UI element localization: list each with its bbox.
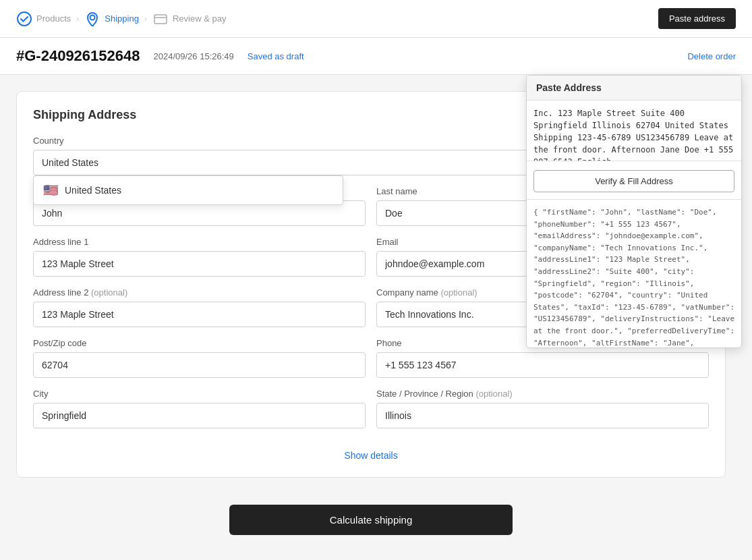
address1-field: Address line 1 <box>33 237 366 277</box>
step-shipping-label: Shipping <box>105 13 139 24</box>
step-products[interactable]: Products <box>16 11 71 27</box>
state-label: State / Province / Region (optional) <box>376 389 709 399</box>
country-option-us-label: United States <box>65 185 121 196</box>
address2-field: Address line 2 (optional) <box>33 287 366 327</box>
order-date: 2024/09/26 15:26:49 <box>154 51 234 61</box>
postcode-field: Post/Zip code <box>33 338 366 378</box>
show-details-link[interactable]: Show details <box>33 439 709 461</box>
country-dropdown: 🇺🇸 United States <box>33 175 343 205</box>
check-circle-icon <box>16 11 32 27</box>
credit-card-icon <box>152 11 169 27</box>
popup-title: Paste Address <box>527 76 741 101</box>
location-pin-icon <box>84 11 100 27</box>
step-shipping[interactable]: Shipping <box>84 11 139 27</box>
city-field: City <box>33 389 366 428</box>
main-content: Paste Address // Populate textarea from … <box>0 75 742 560</box>
step-review[interactable]: Review & pay <box>152 11 226 27</box>
delete-order-button[interactable]: Delete order <box>687 51 736 61</box>
address2-input[interactable] <box>33 302 366 327</box>
chevron-icon-1: › <box>76 14 79 24</box>
calculate-shipping-button[interactable]: Calculate shipping <box>229 505 513 535</box>
state-input[interactable] <box>376 403 709 428</box>
stepper: Products › Shipping › Review & pay <box>16 11 226 27</box>
city-label: City <box>33 389 366 399</box>
step-review-label: Review & pay <box>173 13 226 24</box>
chevron-icon-2: › <box>144 14 147 24</box>
address1-input[interactable] <box>33 251 366 277</box>
header: Products › Shipping › Review & pay <box>0 0 752 38</box>
order-id: #G-240926152648 <box>16 47 140 65</box>
city-input[interactable] <box>33 403 366 428</box>
svg-point-0 <box>18 12 31 26</box>
svg-rect-2 <box>154 15 167 24</box>
postcode-input[interactable] <box>33 352 366 378</box>
json-preview: { "firstName": "John", "lastName": "Doe"… <box>527 199 741 347</box>
state-field: State / Province / Region (optional) <box>376 389 709 428</box>
address1-label: Address line 1 <box>33 237 366 247</box>
country-option-us[interactable]: 🇺🇸 United States <box>34 176 343 204</box>
postcode-label: Post/Zip code <box>33 338 366 348</box>
address2-label: Address line 2 (optional) <box>33 287 366 298</box>
paste-textarea[interactable] <box>527 101 741 161</box>
us-flag-icon: 🇺🇸 <box>43 183 58 198</box>
paste-address-popup: Paste Address // Populate textarea from … <box>526 75 742 348</box>
svg-point-1 <box>90 15 95 20</box>
paste-address-button[interactable]: Paste address <box>658 8 736 29</box>
phone-input[interactable] <box>376 352 709 378</box>
step-products-label: Products <box>36 13 71 24</box>
order-bar: #G-240926152648 2024/09/26 15:26:49 Save… <box>0 38 752 75</box>
city-state-row: City State / Province / Region (optional… <box>33 389 709 428</box>
verify-fill-button[interactable]: Verify & Fill Address <box>533 170 734 192</box>
saved-as-draft[interactable]: Saved as draft <box>248 51 304 61</box>
calc-btn-wrapper: Calculate shipping <box>16 491 726 549</box>
